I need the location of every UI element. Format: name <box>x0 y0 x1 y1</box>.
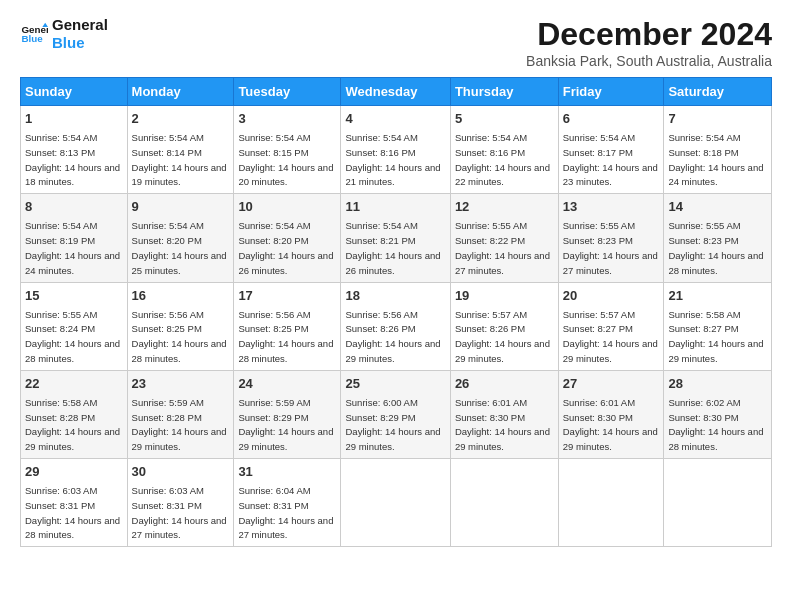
header-thursday: Thursday <box>450 78 558 106</box>
calendar-cell: 2Sunrise: 5:54 AMSunset: 8:14 PMDaylight… <box>127 106 234 194</box>
calendar-cell <box>664 459 772 547</box>
day-detail: Sunrise: 5:56 AMSunset: 8:26 PMDaylight:… <box>345 309 440 364</box>
location-title: Banksia Park, South Australia, Australia <box>526 53 772 69</box>
calendar-cell: 18Sunrise: 5:56 AMSunset: 8:26 PMDayligh… <box>341 282 450 370</box>
day-number: 27 <box>563 375 660 393</box>
day-detail: Sunrise: 5:55 AMSunset: 8:22 PMDaylight:… <box>455 220 550 275</box>
day-detail: Sunrise: 6:03 AMSunset: 8:31 PMDaylight:… <box>25 485 120 540</box>
day-number: 5 <box>455 110 554 128</box>
day-detail: Sunrise: 6:04 AMSunset: 8:31 PMDaylight:… <box>238 485 333 540</box>
calendar-cell: 20Sunrise: 5:57 AMSunset: 8:27 PMDayligh… <box>558 282 664 370</box>
calendar-cell: 24Sunrise: 5:59 AMSunset: 8:29 PMDayligh… <box>234 370 341 458</box>
day-number: 23 <box>132 375 230 393</box>
day-number: 3 <box>238 110 336 128</box>
header-saturday: Saturday <box>664 78 772 106</box>
day-detail: Sunrise: 5:55 AMSunset: 8:23 PMDaylight:… <box>668 220 763 275</box>
calendar-week-2: 8Sunrise: 5:54 AMSunset: 8:19 PMDaylight… <box>21 194 772 282</box>
day-detail: Sunrise: 5:54 AMSunset: 8:16 PMDaylight:… <box>345 132 440 187</box>
calendar-cell <box>450 459 558 547</box>
day-number: 26 <box>455 375 554 393</box>
day-number: 19 <box>455 287 554 305</box>
calendar-cell: 31Sunrise: 6:04 AMSunset: 8:31 PMDayligh… <box>234 459 341 547</box>
day-number: 28 <box>668 375 767 393</box>
day-detail: Sunrise: 5:54 AMSunset: 8:13 PMDaylight:… <box>25 132 120 187</box>
day-detail: Sunrise: 5:58 AMSunset: 8:27 PMDaylight:… <box>668 309 763 364</box>
day-number: 17 <box>238 287 336 305</box>
day-number: 7 <box>668 110 767 128</box>
calendar-table: SundayMondayTuesdayWednesdayThursdayFrid… <box>20 77 772 547</box>
day-number: 12 <box>455 198 554 216</box>
day-detail: Sunrise: 5:56 AMSunset: 8:25 PMDaylight:… <box>132 309 227 364</box>
calendar-cell: 5Sunrise: 5:54 AMSunset: 8:16 PMDaylight… <box>450 106 558 194</box>
day-number: 2 <box>132 110 230 128</box>
calendar-cell <box>558 459 664 547</box>
calendar-cell: 22Sunrise: 5:58 AMSunset: 8:28 PMDayligh… <box>21 370 128 458</box>
month-title: December 2024 <box>526 16 772 53</box>
day-detail: Sunrise: 5:54 AMSunset: 8:20 PMDaylight:… <box>132 220 227 275</box>
day-number: 4 <box>345 110 445 128</box>
calendar-cell: 6Sunrise: 5:54 AMSunset: 8:17 PMDaylight… <box>558 106 664 194</box>
header-monday: Monday <box>127 78 234 106</box>
day-detail: Sunrise: 5:59 AMSunset: 8:29 PMDaylight:… <box>238 397 333 452</box>
title-area: December 2024 Banksia Park, South Austra… <box>526 16 772 69</box>
day-number: 30 <box>132 463 230 481</box>
svg-text:Blue: Blue <box>21 33 43 44</box>
logo-blue: Blue <box>52 34 108 52</box>
logo-icon: General Blue <box>20 20 48 48</box>
header-tuesday: Tuesday <box>234 78 341 106</box>
calendar-cell <box>341 459 450 547</box>
calendar-cell: 17Sunrise: 5:56 AMSunset: 8:25 PMDayligh… <box>234 282 341 370</box>
day-detail: Sunrise: 5:59 AMSunset: 8:28 PMDaylight:… <box>132 397 227 452</box>
day-number: 20 <box>563 287 660 305</box>
calendar-cell: 14Sunrise: 5:55 AMSunset: 8:23 PMDayligh… <box>664 194 772 282</box>
calendar-cell: 27Sunrise: 6:01 AMSunset: 8:30 PMDayligh… <box>558 370 664 458</box>
calendar-cell: 23Sunrise: 5:59 AMSunset: 8:28 PMDayligh… <box>127 370 234 458</box>
calendar-cell: 7Sunrise: 5:54 AMSunset: 8:18 PMDaylight… <box>664 106 772 194</box>
header: General Blue General Blue December 2024 … <box>20 16 772 69</box>
day-number: 16 <box>132 287 230 305</box>
calendar-cell: 13Sunrise: 5:55 AMSunset: 8:23 PMDayligh… <box>558 194 664 282</box>
day-detail: Sunrise: 5:56 AMSunset: 8:25 PMDaylight:… <box>238 309 333 364</box>
header-friday: Friday <box>558 78 664 106</box>
day-number: 15 <box>25 287 123 305</box>
day-detail: Sunrise: 5:54 AMSunset: 8:14 PMDaylight:… <box>132 132 227 187</box>
calendar-week-5: 29Sunrise: 6:03 AMSunset: 8:31 PMDayligh… <box>21 459 772 547</box>
calendar-cell: 10Sunrise: 5:54 AMSunset: 8:20 PMDayligh… <box>234 194 341 282</box>
day-number: 21 <box>668 287 767 305</box>
day-number: 18 <box>345 287 445 305</box>
day-detail: Sunrise: 5:54 AMSunset: 8:19 PMDaylight:… <box>25 220 120 275</box>
calendar-cell: 11Sunrise: 5:54 AMSunset: 8:21 PMDayligh… <box>341 194 450 282</box>
calendar-cell: 16Sunrise: 5:56 AMSunset: 8:25 PMDayligh… <box>127 282 234 370</box>
day-number: 25 <box>345 375 445 393</box>
header-sunday: Sunday <box>21 78 128 106</box>
calendar-cell: 3Sunrise: 5:54 AMSunset: 8:15 PMDaylight… <box>234 106 341 194</box>
day-detail: Sunrise: 5:58 AMSunset: 8:28 PMDaylight:… <box>25 397 120 452</box>
day-detail: Sunrise: 5:54 AMSunset: 8:16 PMDaylight:… <box>455 132 550 187</box>
day-detail: Sunrise: 5:54 AMSunset: 8:15 PMDaylight:… <box>238 132 333 187</box>
day-number: 22 <box>25 375 123 393</box>
day-detail: Sunrise: 5:54 AMSunset: 8:18 PMDaylight:… <box>668 132 763 187</box>
day-number: 6 <box>563 110 660 128</box>
logo: General Blue General Blue <box>20 16 108 52</box>
day-number: 11 <box>345 198 445 216</box>
day-detail: Sunrise: 5:55 AMSunset: 8:23 PMDaylight:… <box>563 220 658 275</box>
calendar-cell: 29Sunrise: 6:03 AMSunset: 8:31 PMDayligh… <box>21 459 128 547</box>
day-detail: Sunrise: 5:54 AMSunset: 8:21 PMDaylight:… <box>345 220 440 275</box>
day-number: 10 <box>238 198 336 216</box>
calendar-week-1: 1Sunrise: 5:54 AMSunset: 8:13 PMDaylight… <box>21 106 772 194</box>
day-number: 24 <box>238 375 336 393</box>
calendar-week-4: 22Sunrise: 5:58 AMSunset: 8:28 PMDayligh… <box>21 370 772 458</box>
day-number: 13 <box>563 198 660 216</box>
calendar-cell: 4Sunrise: 5:54 AMSunset: 8:16 PMDaylight… <box>341 106 450 194</box>
calendar-cell: 12Sunrise: 5:55 AMSunset: 8:22 PMDayligh… <box>450 194 558 282</box>
calendar-week-3: 15Sunrise: 5:55 AMSunset: 8:24 PMDayligh… <box>21 282 772 370</box>
calendar-cell: 9Sunrise: 5:54 AMSunset: 8:20 PMDaylight… <box>127 194 234 282</box>
day-number: 29 <box>25 463 123 481</box>
calendar-cell: 1Sunrise: 5:54 AMSunset: 8:13 PMDaylight… <box>21 106 128 194</box>
calendar-cell: 25Sunrise: 6:00 AMSunset: 8:29 PMDayligh… <box>341 370 450 458</box>
logo-general: General <box>52 16 108 34</box>
day-detail: Sunrise: 5:57 AMSunset: 8:26 PMDaylight:… <box>455 309 550 364</box>
calendar-cell: 21Sunrise: 5:58 AMSunset: 8:27 PMDayligh… <box>664 282 772 370</box>
calendar-cell: 8Sunrise: 5:54 AMSunset: 8:19 PMDaylight… <box>21 194 128 282</box>
day-detail: Sunrise: 6:01 AMSunset: 8:30 PMDaylight:… <box>563 397 658 452</box>
